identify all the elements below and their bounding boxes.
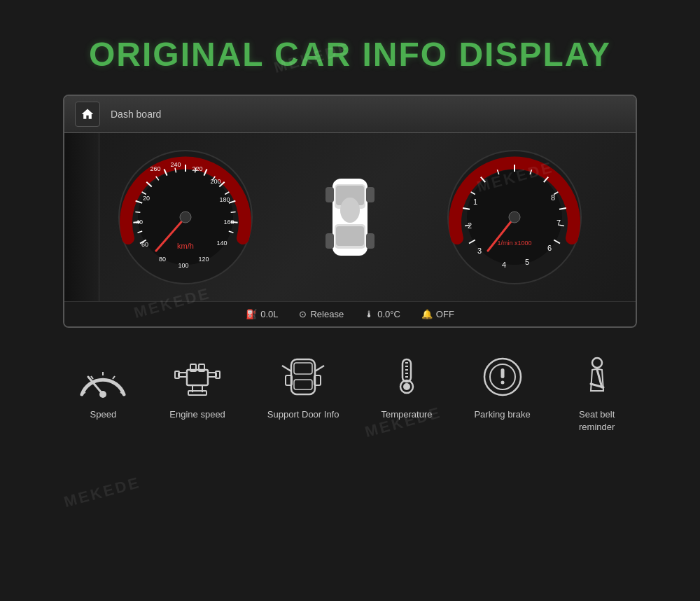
svg-point-110: [592, 358, 602, 368]
seatbelt-reminder-icon: [573, 352, 622, 401]
svg-line-13: [135, 212, 140, 212]
status-bar: ⛽ 0.0L ⊙ Release 🌡 0.0°C 🔔 OFF: [64, 301, 636, 326]
svg-rect-95: [294, 380, 312, 389]
svg-text:140: 140: [216, 240, 227, 247]
temp-status: 🌡 0.0°C: [365, 309, 400, 319]
thermometer-icon: [382, 352, 431, 401]
svg-point-105: [403, 383, 410, 390]
home-icon[interactable]: [75, 102, 100, 127]
engine-icon: [173, 352, 222, 401]
fuel-status: ⛽ 0.0L: [246, 309, 278, 319]
svg-text:4: 4: [502, 261, 506, 269]
parking-brake-label: Parking brake: [474, 408, 530, 421]
speed-label: Speed: [90, 408, 117, 421]
svg-line-80: [113, 376, 115, 379]
svg-text:160: 160: [223, 219, 234, 226]
svg-line-93: [315, 366, 324, 371]
feature-speed: Speed: [78, 352, 127, 434]
svg-rect-43: [326, 187, 334, 202]
svg-rect-81: [187, 370, 208, 385]
feature-engine: Engine speed: [169, 352, 225, 434]
svg-text:40: 40: [136, 219, 143, 226]
svg-point-75: [99, 391, 106, 398]
brake-icon: ⊙: [299, 309, 307, 319]
svg-rect-42: [336, 226, 364, 246]
seatbelt-value: OFF: [436, 309, 454, 319]
features-section: Speed Engine speed: [0, 352, 700, 434]
svg-line-20: [230, 212, 235, 212]
dash-header: Dash board: [64, 96, 636, 133]
svg-text:1/min x1000: 1/min x1000: [498, 240, 532, 247]
brake-value: Release: [310, 309, 344, 319]
rpm-gauge: 1 2 3 4 5 6 7 8 1/min x1000: [444, 147, 584, 287]
svg-point-36: [180, 212, 191, 223]
svg-text:200: 200: [210, 178, 220, 185]
svg-text:180: 180: [219, 196, 230, 203]
svg-rect-46: [366, 233, 374, 249]
temp-value: 0.0°C: [377, 309, 400, 319]
door-label: Support Door Info: [267, 408, 340, 421]
seatbelt-label: Seat beltreminder: [579, 408, 615, 434]
fuel-value: 0.0L: [260, 309, 278, 319]
svg-text:7: 7: [556, 219, 561, 227]
speedometer-gauge: 20 40 60 80 100 120 140 160 180 200 220 …: [115, 147, 255, 287]
feature-seatbelt: Seat beltreminder: [573, 352, 622, 434]
engine-label: Engine speed: [169, 408, 225, 421]
door-icon: [279, 352, 328, 401]
svg-text:220: 220: [192, 165, 202, 172]
watermark-5: MEKEDE: [62, 474, 143, 511]
svg-text:20: 20: [143, 195, 150, 202]
svg-text:260: 260: [150, 165, 160, 172]
svg-text:km/h: km/h: [177, 242, 194, 250]
svg-text:120: 120: [198, 256, 209, 263]
title-section: ORIGINAL CAR INFO DISPLAY: [0, 0, 700, 95]
parking-brake-icon: [478, 352, 527, 401]
car-top-view: [301, 147, 399, 287]
temp-icon: 🌡: [365, 309, 374, 319]
dash-sidebar: [64, 133, 99, 301]
svg-line-79: [91, 376, 93, 379]
svg-point-47: [340, 198, 360, 223]
feature-door: Support Door Info: [267, 352, 340, 434]
svg-rect-45: [326, 233, 334, 249]
svg-text:60: 60: [141, 241, 148, 248]
seatbelt-status: 🔔 OFF: [421, 309, 454, 319]
svg-rect-85: [175, 371, 179, 378]
svg-text:6: 6: [547, 244, 552, 252]
feature-temperature: Temperature: [381, 352, 432, 434]
brake-status: ⊙ Release: [299, 309, 344, 319]
dash-main-area: 20 40 60 80 100 120 140 160 180 200 220 …: [64, 133, 636, 301]
svg-text:5: 5: [525, 258, 529, 266]
seatbelt-icon: 🔔: [421, 309, 433, 319]
svg-text:2: 2: [468, 221, 472, 230]
temperature-label: Temperature: [381, 408, 432, 421]
page-title: ORIGINAL CAR INFO DISPLAY: [0, 35, 700, 74]
svg-rect-87: [216, 371, 220, 378]
svg-text:1: 1: [473, 198, 477, 206]
dash-board-label: Dash board: [111, 109, 161, 120]
svg-point-72: [509, 212, 520, 223]
svg-rect-109: [500, 368, 504, 378]
svg-text:100: 100: [178, 262, 188, 269]
svg-rect-44: [366, 187, 374, 202]
svg-text:8: 8: [551, 193, 555, 202]
fuel-icon: ⛽: [246, 309, 257, 319]
dashboard-screen: Dash board: [63, 95, 637, 328]
svg-rect-90: [188, 391, 206, 395]
svg-rect-94: [294, 363, 312, 374]
feature-parking-brake: Parking brake: [474, 352, 530, 434]
svg-text:80: 80: [159, 256, 166, 263]
speed-icon: [78, 352, 127, 401]
svg-text:240: 240: [170, 161, 181, 168]
svg-text:3: 3: [477, 247, 482, 255]
svg-line-92: [282, 366, 291, 371]
svg-point-108: [500, 381, 504, 385]
